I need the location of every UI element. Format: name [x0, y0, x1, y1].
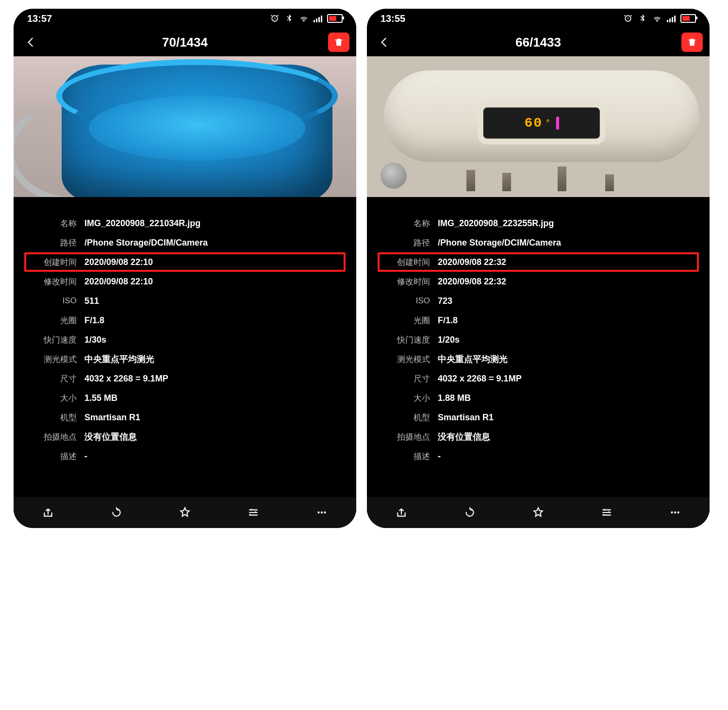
detail-label: ISO — [378, 296, 430, 306]
detail-label: 创建时间 — [378, 257, 430, 268]
more-button[interactable] — [308, 499, 335, 526]
detail-row: 快门速度1/20s — [378, 330, 699, 349]
detail-label: 测光模式 — [24, 354, 77, 365]
detail-value: - — [84, 451, 87, 462]
status-icons — [270, 14, 343, 23]
status-bar: 13:57 — [14, 9, 356, 28]
detail-row: ISO723 — [378, 291, 699, 311]
battery-icon — [327, 14, 343, 23]
settings-sliders-button[interactable] — [593, 499, 620, 526]
detail-row: 光圈F/1.8 — [378, 311, 699, 330]
detail-label: 尺寸 — [24, 373, 77, 384]
svg-point-1 — [321, 512, 323, 513]
detail-label: 路径 — [378, 237, 430, 248]
svg-point-5 — [678, 512, 679, 513]
settings-sliders-button[interactable] — [240, 499, 267, 526]
delete-button[interactable] — [328, 33, 349, 52]
detail-value: 4032 x 2268 = 9.1MP — [438, 374, 522, 384]
detail-row: 创建时间2020/09/08 22:10 — [24, 252, 346, 272]
page-title: 66/1433 — [400, 35, 677, 50]
detail-label: 尺寸 — [378, 373, 430, 384]
detail-value: 没有位置信息 — [84, 431, 137, 443]
detail-value: /Phone Storage/DCIM/Camera — [438, 238, 561, 248]
detail-label: 光圈 — [378, 315, 430, 326]
detail-row: 拍摄地点没有位置信息 — [378, 427, 699, 446]
detail-value: 511 — [84, 296, 99, 306]
rotate-button[interactable] — [103, 499, 130, 526]
bottom-toolbar — [367, 497, 710, 528]
detail-value: /Phone Storage/DCIM/Camera — [84, 238, 208, 248]
share-button[interactable] — [34, 499, 62, 526]
detail-value: 4032 x 2268 = 9.1MP — [84, 374, 168, 384]
wifi-icon — [299, 14, 309, 23]
page-title: 70/1434 — [47, 35, 323, 50]
heater-led-panel: 60 ° — [483, 108, 600, 139]
heater-temperature: 60 — [524, 116, 543, 131]
detail-value: 没有位置信息 — [438, 431, 490, 443]
header: 70/1434 — [14, 28, 356, 56]
detail-value: 2020/09/08 22:10 — [84, 257, 153, 267]
image-preview[interactable]: 60 ° — [367, 56, 710, 197]
wifi-icon — [652, 14, 662, 23]
detail-value: Smartisan R1 — [84, 413, 140, 423]
bluetooth-icon — [638, 14, 647, 23]
detail-label: 描述 — [24, 451, 77, 462]
detail-row: 机型Smartisan R1 — [378, 408, 699, 427]
svg-point-3 — [671, 512, 673, 513]
back-button[interactable] — [20, 32, 42, 53]
rotate-button[interactable] — [456, 499, 483, 526]
phone-right: 13:55 66/1433 60 ° — [367, 9, 710, 528]
detail-row: 路径/Phone Storage/DCIM/Camera — [24, 233, 346, 252]
status-time: 13:57 — [27, 13, 52, 24]
detail-row: 大小1.55 MB — [24, 388, 346, 408]
detail-label: 机型 — [24, 412, 77, 423]
detail-value: 1/20s — [438, 335, 460, 345]
detail-label: 快门速度 — [378, 334, 430, 346]
details-list[interactable]: 名称IMG_20200908_223255R.jpg路径/Phone Stora… — [367, 197, 710, 497]
detail-row: 尺寸4032 x 2268 = 9.1MP — [24, 369, 346, 388]
detail-row: 机型Smartisan R1 — [24, 408, 346, 427]
favorite-button[interactable] — [525, 499, 552, 526]
detail-label: 创建时间 — [24, 257, 77, 268]
detail-row: 描述- — [378, 446, 699, 466]
detail-row: 拍摄地点没有位置信息 — [24, 427, 346, 446]
bucket-scene-illustration — [14, 56, 356, 197]
detail-value: Smartisan R1 — [438, 413, 494, 423]
detail-label: 测光模式 — [378, 354, 430, 365]
delete-button[interactable] — [681, 33, 703, 52]
detail-row: 名称IMG_20200908_223255R.jpg — [378, 214, 699, 233]
svg-point-2 — [324, 512, 326, 513]
alarm-icon — [623, 14, 633, 23]
signal-icon — [667, 15, 676, 22]
status-bar: 13:55 — [367, 9, 710, 28]
detail-label: 拍摄地点 — [378, 431, 430, 443]
detail-row: 测光模式中央重点平均测光 — [378, 349, 699, 369]
back-button[interactable] — [374, 32, 395, 53]
image-preview[interactable] — [14, 56, 356, 197]
detail-row: ISO511 — [24, 291, 346, 311]
detail-label: 快门速度 — [24, 334, 77, 346]
details-list[interactable]: 名称IMG_20200908_221034R.jpg路径/Phone Stora… — [14, 197, 356, 497]
status-time: 13:55 — [381, 13, 405, 24]
favorite-button[interactable] — [171, 499, 199, 526]
detail-value: 1.55 MB — [84, 393, 117, 403]
detail-value: 中央重点平均测光 — [438, 353, 508, 365]
share-button[interactable] — [388, 499, 415, 526]
header: 66/1433 — [367, 28, 710, 56]
detail-value: IMG_20200908_221034R.jpg — [84, 218, 200, 229]
detail-label: 名称 — [24, 218, 77, 229]
phone-left: 13:57 70/1434 名称IMG_20200908_221034R.jpg… — [14, 9, 356, 528]
detail-value: F/1.8 — [438, 315, 458, 326]
detail-value: IMG_20200908_223255R.jpg — [438, 218, 554, 229]
svg-point-0 — [318, 512, 320, 513]
more-button[interactable] — [662, 499, 689, 526]
signal-icon — [314, 15, 322, 22]
detail-row: 光圈F/1.8 — [24, 311, 346, 330]
svg-point-4 — [674, 512, 676, 513]
detail-row: 修改时间2020/09/08 22:10 — [24, 272, 346, 291]
detail-row: 名称IMG_20200908_221034R.jpg — [24, 214, 346, 233]
detail-row: 路径/Phone Storage/DCIM/Camera — [378, 233, 699, 252]
detail-value: 723 — [438, 296, 452, 306]
battery-icon — [680, 14, 696, 23]
detail-label: 名称 — [378, 218, 430, 229]
